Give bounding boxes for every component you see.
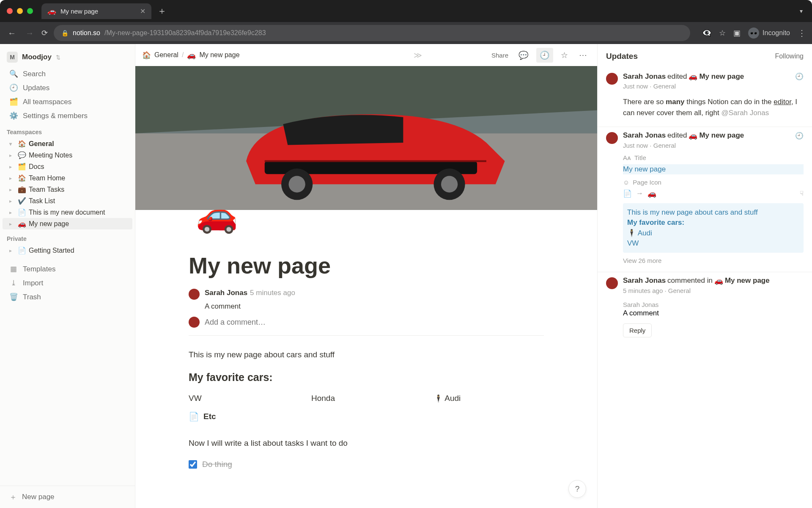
collapse-panel-icon[interactable]: ≫ bbox=[410, 48, 425, 63]
side-panel-icon[interactable]: ▣ bbox=[733, 28, 741, 38]
plus-icon: ＋ bbox=[9, 492, 17, 502]
column-3-label: Audi bbox=[444, 394, 461, 403]
sidebar-updates[interactable]: 🕘Updates bbox=[3, 81, 132, 95]
forward-button[interactable]: → bbox=[24, 27, 36, 40]
browser-menu-icon[interactable]: ⋮ bbox=[798, 28, 806, 38]
sidebar-page-item[interactable]: ▸✔️Task List bbox=[3, 195, 132, 207]
search-icon: 🔍 bbox=[9, 69, 18, 78]
updates-panel-title: Updates bbox=[606, 52, 638, 61]
back-button[interactable]: ← bbox=[6, 27, 18, 40]
history-icon[interactable]: 🕘 bbox=[795, 132, 804, 140]
page-title[interactable]: My new page bbox=[189, 252, 544, 279]
sidebar-all-teamspaces[interactable]: 🗂️All teamspaces bbox=[3, 95, 132, 109]
entry-page[interactable]: My new page bbox=[699, 72, 744, 81]
share-button[interactable]: Share bbox=[489, 49, 511, 61]
sidebar-item-label: Settings & members bbox=[23, 112, 88, 120]
sidebar-import[interactable]: ⤓Import bbox=[3, 276, 132, 290]
chevron-icon[interactable]: ▸ bbox=[9, 175, 15, 181]
templates-icon: ▦ bbox=[9, 265, 18, 273]
sidebar-page-label: Team Home bbox=[29, 174, 65, 182]
chevron-icon[interactable]: ▸ bbox=[9, 198, 15, 204]
new-tab-button[interactable]: ＋ bbox=[157, 5, 167, 17]
chevron-icon[interactable]: ▸ bbox=[9, 152, 15, 158]
comment-author: Sarah Jonas bbox=[205, 289, 247, 297]
reply-button[interactable]: Reply bbox=[623, 323, 652, 337]
update-entry: Sarah Jonas commented in 🚗 My new page 5… bbox=[598, 272, 812, 345]
paragraph[interactable]: Now I will write a list about tasks I wa… bbox=[189, 439, 544, 448]
add-comment[interactable] bbox=[189, 317, 544, 328]
minimize-window-icon[interactable] bbox=[17, 8, 23, 14]
sidebar-page-item[interactable]: ▾🏠General bbox=[3, 138, 132, 149]
gear-icon: ⚙️ bbox=[9, 111, 18, 120]
paragraph[interactable]: This is my new page about cars and stuff bbox=[189, 350, 544, 359]
grid-icon: 🗂️ bbox=[9, 97, 18, 106]
view-more-button[interactable]: View 26 more bbox=[623, 257, 804, 264]
column-1[interactable]: VW bbox=[189, 394, 299, 403]
address-bar[interactable]: 🔒 notion.so/My-new-page-193190a8239a4f9d… bbox=[54, 25, 690, 41]
sidebar-page-item[interactable]: ▸💬Meeting Notes bbox=[3, 149, 132, 161]
avatar bbox=[606, 132, 618, 144]
sidebar-page-item[interactable]: ▸📄Getting Started bbox=[3, 245, 132, 256]
favorite-icon[interactable]: ☆ bbox=[557, 48, 571, 63]
maximize-window-icon[interactable] bbox=[27, 8, 33, 14]
close-tab-icon[interactable]: ✕ bbox=[140, 7, 145, 15]
chevron-icon[interactable]: ▸ bbox=[9, 210, 15, 215]
avatar bbox=[189, 289, 200, 300]
help-button[interactable]: ? bbox=[568, 480, 586, 498]
entry-page[interactable]: My new page bbox=[699, 131, 744, 140]
entry-page[interactable]: My new page bbox=[725, 276, 770, 285]
columns: VW Honda 🕴️ Audi bbox=[189, 394, 544, 403]
chevron-icon[interactable]: ▸ bbox=[9, 187, 15, 193]
page-emoji-icon: 🗂️ bbox=[18, 163, 26, 171]
bookmark-icon[interactable]: ☆ bbox=[719, 28, 726, 38]
close-window-icon[interactable] bbox=[7, 8, 13, 14]
subpage-link[interactable]: 📄 Etc bbox=[189, 411, 544, 422]
sidebar-trash[interactable]: 🗑️Trash bbox=[3, 290, 132, 304]
column-2[interactable]: Honda bbox=[311, 394, 421, 403]
breadcrumb-separator: / bbox=[182, 51, 184, 59]
change-label: Page Icon bbox=[633, 179, 661, 186]
chevron-icon[interactable]: ▸ bbox=[9, 164, 15, 170]
entry-text-underline: editor bbox=[774, 98, 791, 106]
entry-time: 5 minutes ago bbox=[623, 287, 663, 294]
more-icon[interactable]: ⋯ bbox=[576, 48, 590, 63]
page-emoji-icon: 🏠 bbox=[18, 140, 26, 148]
add-comment-input[interactable] bbox=[205, 318, 303, 327]
workspace-switcher[interactable]: M Moodjoy ⇅ bbox=[0, 47, 135, 67]
page-emoji[interactable]: 🚗 bbox=[196, 198, 238, 232]
history-icon[interactable]: 🕘 bbox=[795, 72, 804, 80]
cover-image[interactable] bbox=[135, 66, 597, 210]
sidebar-search[interactable]: 🔍Search bbox=[3, 67, 132, 81]
sidebar-templates[interactable]: ▦Templates bbox=[3, 262, 132, 276]
heading[interactable]: My favorite cars: bbox=[189, 371, 544, 384]
following-button[interactable]: Following bbox=[775, 52, 804, 60]
column-3[interactable]: 🕴️ Audi bbox=[434, 394, 544, 403]
chevron-icon[interactable]: ▸ bbox=[9, 221, 15, 227]
sidebar-new-page[interactable]: ＋New page bbox=[3, 486, 132, 508]
updates-icon[interactable]: 🕘 bbox=[536, 48, 553, 63]
entry-mention[interactable]: @Sarah Jonas bbox=[721, 109, 769, 117]
pointer-icon: ☟ bbox=[800, 190, 804, 197]
tab-overflow-icon[interactable]: ▾ bbox=[800, 8, 803, 14]
sidebar-page-item[interactable]: ▸💼Team Tasks bbox=[3, 184, 132, 195]
comments-icon[interactable]: 💬 bbox=[515, 48, 532, 63]
sidebar-settings[interactable]: ⚙️Settings & members bbox=[3, 109, 132, 123]
todo-item[interactable]: Do thing bbox=[189, 460, 544, 469]
diff-line: This is my new page about cars and stuff bbox=[627, 208, 799, 217]
breadcrumb-root[interactable]: General bbox=[154, 51, 178, 59]
sidebar-page-item[interactable]: ▸🗂️Docs bbox=[3, 161, 132, 172]
entry-text: things Notion can do in the bbox=[685, 98, 774, 106]
svg-point-5 bbox=[289, 176, 305, 193]
browser-tab[interactable]: 🚗 My new page ✕ bbox=[41, 3, 151, 19]
breadcrumb-page[interactable]: My new page bbox=[199, 51, 239, 59]
sidebar-page-item[interactable]: ▸🏠Team Home bbox=[3, 172, 132, 184]
chevron-icon[interactable]: ▾ bbox=[9, 141, 15, 147]
reload-button[interactable]: ⟳ bbox=[41, 28, 48, 38]
eye-off-icon[interactable]: 👁️‍🗨️ bbox=[702, 28, 711, 38]
sidebar-page-label: Meeting Notes bbox=[29, 152, 72, 159]
sidebar-page-item[interactable]: ▸🚗My new page bbox=[3, 218, 132, 229]
sidebar-page-item[interactable]: ▸📄This is my new document bbox=[3, 207, 132, 218]
chevron-icon[interactable]: ▸ bbox=[9, 248, 15, 254]
entry-page-icon: 🚗 bbox=[689, 72, 697, 81]
todo-checkbox[interactable] bbox=[189, 460, 197, 469]
